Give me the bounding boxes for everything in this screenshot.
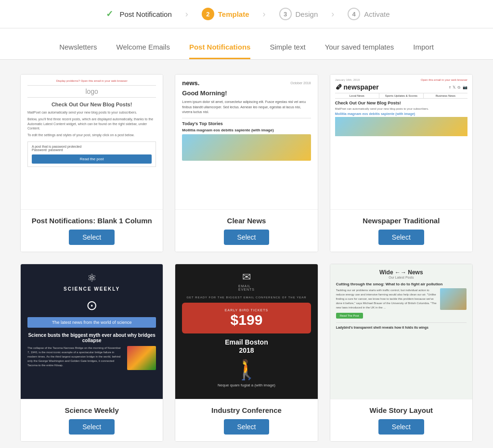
select-button-wide[interactable]: Select [378,419,424,435]
wide-article1: Cutting through the smog: What to do to … [336,282,467,319]
blank-logo: logo [27,85,156,98]
science-text: The collapse of the Tacoma Narrows Bridg… [27,346,123,370]
news-story-image [182,134,311,161]
tab-simple-text[interactable]: Simple text [270,38,305,59]
template-card-blank: Display problems? Open this email in you… [20,74,163,252]
newspaper-nav: Local News Sports Updates & Scores Busin… [335,93,467,99]
conference-price: $199 [192,312,301,328]
newspaper-social: f 𝕏 G 📷 [449,85,467,90]
tab-saved-templates[interactable]: Your saved templates [325,38,394,59]
select-button-science[interactable]: Select [69,419,115,435]
conference-person-icon: 🚶 [234,358,259,381]
conference-event: Email Boston2018 [225,338,268,355]
tab-import[interactable]: Import [413,38,434,59]
template-preview-news: news. October 2018 Good Morning! Lorem i… [175,75,317,209]
template-footer-conference: Industry Conference Select [175,399,317,441]
newspaper-nav-sports: Sports Updates & Scores [379,93,424,98]
select-button-blank[interactable]: Select [69,230,115,245]
select-button-newspaper[interactable]: Select [378,230,424,245]
template-card-news: news. October 2018 Good Morning! Lorem i… [175,74,318,252]
template-name-science: Science Weekly [28,406,155,414]
wide-tagline: Our Latest Posts [336,276,467,279]
science-article-title: Science busts the biggest myth ever abou… [27,333,156,343]
wide-article1-title: Cutting through the smog: What to do to … [336,282,467,286]
blank-body1: MailPoet can automatically send your new… [27,110,156,115]
step-3-num: 3 [279,8,292,20]
template-name-blank: Post Notifications: Blank 1 Column [28,217,155,225]
tabs-bar: Newsletters Welcome Emails Post Notifica… [0,28,493,60]
step-divider-3: › [329,9,336,19]
step-template[interactable]: 2 Template [190,8,261,20]
science-image [127,346,156,370]
step-1-label: Post Notification [119,10,171,18]
conference-ticket-label: EARLY BIRD TICKETS [192,308,301,312]
conference-tagline: GET READY FOR THE BIGGEST EMAIL CONFEREN… [186,296,306,299]
newspaper-link: Open this email in your web browser [421,78,467,81]
news-logo: news. [182,79,199,87]
wide-article2-title: Ladybird's transparent shell reveals how… [336,326,467,329]
blank-body2: Below, you'll find three recent posts, w… [27,117,156,131]
news-header: news. October 2018 [182,79,311,87]
step-divider-1: › [183,9,190,19]
newspaper-date: January 16th, 2019 [335,78,360,81]
news-story-title: Mollitia magnam eos debitis sapiente (wi… [182,128,311,132]
wide-divider [336,322,467,323]
wide-read-btn: Read The Post [336,313,363,319]
conference-story: Neque quam fugiat a (with image) [218,383,275,387]
template-footer-wide: Wide Story Layout Select [330,399,472,441]
template-footer-newspaper: Newspaper Traditional Select [330,209,472,252]
step-3-label: Design [296,10,318,18]
template-card-conference: ✉ EMAILEVENTS GET READY FOR THE BIGGEST … [175,264,318,442]
step-design[interactable]: 3 Design [268,8,330,20]
tab-newsletters[interactable]: Newsletters [59,38,97,59]
step-1-num: ✓ [103,8,116,20]
select-button-news[interactable]: Select [224,230,270,245]
wide-article1-text: Tackling our air problems starts with tr… [336,288,437,310]
template-footer-blank: Post Notifications: Blank 1 Column Selec… [21,209,163,252]
newspaper-nav-business: Business News [424,93,467,98]
tab-welcome-emails[interactable]: Welcome Emails [117,38,170,59]
science-banner: The latest news from the world of scienc… [27,317,156,328]
template-card-newspaper: January 16th, 2019 Open this email in yo… [330,74,473,252]
newspaper-logo: 🗞 newspaper [335,83,379,91]
template-preview-conference: ✉ EMAILEVENTS GET READY FOR THE BIGGEST … [175,264,317,399]
template-footer-news: Clear News Select [175,209,317,252]
blank-protected-label: A post that is password protected [32,145,152,148]
newspaper-heading: Check Out Our New Blog Posts! [335,101,467,105]
conference-email-icon: ✉ [242,271,251,283]
template-card-science: ⚛ SCIENCE WEEKLY ⊙ The latest news from … [20,264,163,442]
blank-heading: Check Out Our New Blog Posts! [27,102,156,107]
wide-article1-body: Tackling our air problems starts with tr… [336,288,467,310]
news-greeting: Good Morning! [182,90,311,97]
select-button-conference[interactable]: Select [224,419,270,435]
wide-header: Wide ←→ News Our Latest Posts [336,269,467,279]
science-article-body: The collapse of the Tacoma Narrows Bridg… [27,346,156,370]
newspaper-top: January 16th, 2019 Open this email in yo… [335,78,467,81]
wide-logo: Wide ←→ News [336,269,467,276]
tab-post-notifications[interactable]: Post Notifications [189,38,251,59]
wide-article1-image [440,288,467,310]
step-post-notification[interactable]: ✓ Post Notification [91,8,183,20]
newspaper-article-link: Mollitia magnam eos debitis sapiente (wi… [335,112,467,115]
conference-label: EMAILEVENTS [238,284,255,291]
step-activate[interactable]: 4 Activate [336,8,401,20]
step-divider-2: › [261,9,268,19]
newspaper-nav-local: Local News [335,93,379,98]
blank-protected: A post that is password protected Passwo… [27,141,156,167]
newspaper-image [335,117,467,136]
news-divider [182,118,311,118]
news-stories-label: Today's Top Stories [182,121,311,126]
template-grid: Display problems? Open this email in you… [11,74,482,448]
template-name-news: Clear News [183,217,310,225]
science-title: SCIENCE WEEKLY [64,286,120,292]
blank-body3: To edit the settings and styles of your … [27,133,156,138]
template-preview-blank: Display problems? Open this email in you… [21,75,163,209]
template-name-conference: Industry Conference [183,406,310,414]
blank-password-label: Password: password [32,148,152,152]
news-date: October 2018 [290,81,311,85]
step-2-num: 2 [202,8,214,20]
template-preview-wide: Wide ←→ News Our Latest Posts Cutting th… [330,264,472,399]
template-preview-newspaper: January 16th, 2019 Open this email in yo… [330,75,472,209]
conference-ticket: EARLY BIRD TICKETS $199 [182,303,311,333]
template-footer-science: Science Weekly Select [21,399,163,441]
